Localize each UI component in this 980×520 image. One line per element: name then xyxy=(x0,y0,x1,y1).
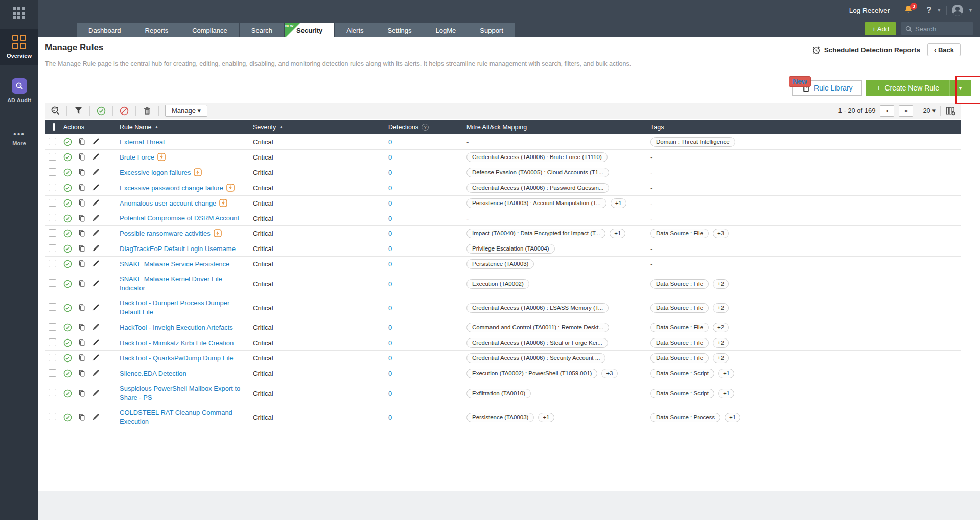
rule-name-link[interactable]: COLDSTEEL RAT Cleanup Command Execution xyxy=(120,409,232,425)
sidebar-item-more[interactable]: ••• More xyxy=(0,126,38,152)
header-severity[interactable]: Severity▲ xyxy=(249,124,384,131)
detections-link[interactable]: 0 xyxy=(388,230,392,237)
detections-link[interactable]: 0 xyxy=(388,304,392,312)
tag-more-pill[interactable]: +3 xyxy=(713,229,729,238)
tag-pill[interactable]: Data Source : File xyxy=(650,338,709,348)
log-receiver-link[interactable]: Log Receiver xyxy=(849,7,890,14)
edit-rule-icon[interactable] xyxy=(92,304,101,312)
rule-name-link[interactable]: Brute Force xyxy=(120,153,154,161)
rule-name-link[interactable]: SNAKE Malware Service Persistence xyxy=(120,260,229,268)
rule-name-link[interactable]: SNAKE Malware Kernel Driver File Indicat… xyxy=(120,275,222,292)
help-caret-icon[interactable]: ▼ xyxy=(937,8,941,13)
row-checkbox[interactable] xyxy=(49,279,56,287)
row-checkbox[interactable] xyxy=(49,214,56,221)
copy-rule-icon[interactable] xyxy=(78,153,86,162)
mitre-pill[interactable]: Impact (TA0040) : Data Encrypted for Imp… xyxy=(466,229,605,238)
mitre-pill[interactable]: Credential Access (TA0006) : Password Gu… xyxy=(466,183,609,193)
rule-name-link[interactable]: Silence.EDA Detection xyxy=(120,370,186,377)
rule-enabled-icon[interactable] xyxy=(63,214,72,223)
mitre-pill[interactable]: Privilege Escalation (TA0004) xyxy=(466,244,555,254)
mitre-more-pill[interactable]: +1 xyxy=(611,198,626,208)
detections-help-icon[interactable]: ? xyxy=(422,124,429,131)
rule-enabled-icon[interactable] xyxy=(63,244,72,253)
copy-rule-icon[interactable] xyxy=(78,280,86,288)
rule-enabled-icon[interactable] xyxy=(63,280,72,288)
tab-compliance[interactable]: Compliance xyxy=(180,23,239,37)
tag-more-pill[interactable]: +1 xyxy=(718,369,734,378)
tab-support[interactable]: Support xyxy=(468,23,515,37)
rule-enabled-icon[interactable] xyxy=(63,260,72,268)
rule-enabled-icon[interactable] xyxy=(63,323,72,332)
rule-name-link[interactable]: Excessive password change failure xyxy=(120,184,223,192)
detections-link[interactable]: 0 xyxy=(388,280,392,288)
column-chooser-icon[interactable] xyxy=(945,106,955,116)
select-all-checkbox[interactable] xyxy=(53,123,55,131)
detections-link[interactable]: 0 xyxy=(388,153,392,161)
tag-more-pill[interactable]: +1 xyxy=(725,413,740,422)
copy-rule-icon[interactable] xyxy=(78,184,86,192)
user-caret-icon[interactable]: ▼ xyxy=(968,8,973,13)
create-rule-dropdown-button[interactable]: ▼ xyxy=(949,80,971,96)
copy-rule-icon[interactable] xyxy=(78,413,86,422)
detections-link[interactable]: 0 xyxy=(388,370,392,377)
row-checkbox[interactable] xyxy=(49,138,56,145)
detections-link[interactable]: 0 xyxy=(388,138,392,146)
copy-rule-icon[interactable] xyxy=(78,168,86,177)
rule-name-link[interactable]: Anomalous user account change xyxy=(120,199,216,207)
rule-enabled-icon[interactable] xyxy=(63,229,72,238)
tag-pill[interactable]: Data Source : Process xyxy=(650,413,720,422)
tag-pill[interactable]: Data Source : File xyxy=(650,279,709,289)
tag-pill[interactable]: Data Source : File xyxy=(650,303,709,313)
copy-rule-icon[interactable] xyxy=(78,229,86,238)
mitre-pill[interactable]: Exfiltration (TA0010) xyxy=(466,389,531,398)
tag-pill[interactable]: Data Source : Script xyxy=(650,369,714,378)
tab-reports[interactable]: Reports xyxy=(133,23,180,37)
copy-rule-icon[interactable] xyxy=(78,304,86,312)
back-button[interactable]: ‹ Back xyxy=(927,43,961,56)
copy-rule-icon[interactable] xyxy=(78,260,86,268)
rule-name-link[interactable]: HackTool - Dumpert Process Dumper Defaul… xyxy=(120,299,229,316)
rule-enabled-icon[interactable] xyxy=(63,354,72,363)
row-checkbox[interactable] xyxy=(49,244,56,252)
rule-enabled-icon[interactable] xyxy=(63,338,72,347)
row-checkbox[interactable] xyxy=(49,303,56,311)
mitre-pill[interactable]: Persistence (TA0003) xyxy=(466,413,534,422)
tab-alerts[interactable]: Alerts xyxy=(335,23,375,37)
header-rule-name[interactable]: Rule Name▲ xyxy=(115,124,249,131)
header-detections[interactable]: Detections? xyxy=(384,124,462,131)
detections-link[interactable]: 0 xyxy=(388,324,392,331)
rule-enabled-icon[interactable] xyxy=(63,153,72,162)
copy-rule-icon[interactable] xyxy=(78,389,86,398)
edit-rule-icon[interactable] xyxy=(92,214,101,223)
edit-rule-icon[interactable] xyxy=(92,244,101,253)
sidebar-item-ad-audit[interactable]: AD Audit xyxy=(0,72,38,109)
row-checkbox[interactable] xyxy=(49,260,56,267)
edit-rule-icon[interactable] xyxy=(92,153,101,162)
detections-link[interactable]: 0 xyxy=(388,339,392,347)
edit-rule-icon[interactable] xyxy=(92,338,101,347)
page-size-dropdown[interactable]: 20 ▾ xyxy=(923,107,936,115)
edit-rule-icon[interactable] xyxy=(92,199,101,208)
mitre-pill[interactable]: Credential Access (TA0006) : Brute Force… xyxy=(466,152,608,162)
detections-link[interactable]: 0 xyxy=(388,414,392,421)
next-page-button[interactable]: › xyxy=(880,105,894,117)
tag-more-pill[interactable]: +2 xyxy=(713,303,729,313)
copy-rule-icon[interactable] xyxy=(78,214,86,223)
rule-enabled-icon[interactable] xyxy=(63,413,72,422)
edit-rule-icon[interactable] xyxy=(92,354,101,363)
create-new-rule-button[interactable]: + Create New Rule xyxy=(866,80,949,96)
mitre-pill[interactable]: Defense Evasion (TA0005) : Cloud Account… xyxy=(466,168,609,177)
detections-link[interactable]: 0 xyxy=(388,245,392,253)
mitre-more-pill[interactable]: +1 xyxy=(538,413,554,422)
tab-dashboard[interactable]: Dashboard xyxy=(77,23,133,37)
rule-name-link[interactable]: Potential Compromise of DSRM Account xyxy=(120,214,239,222)
row-checkbox[interactable] xyxy=(49,168,56,176)
apps-grid-icon[interactable] xyxy=(13,7,26,19)
rule-name-link[interactable]: Possible ransomware activities xyxy=(120,230,211,237)
detections-link[interactable]: 0 xyxy=(388,184,392,192)
row-checkbox[interactable] xyxy=(49,354,56,361)
mitre-pill[interactable]: Persistence (TA0003) : Account Manipulat… xyxy=(466,198,606,208)
copy-rule-icon[interactable] xyxy=(78,338,86,347)
tag-pill[interactable]: Data Source : Script xyxy=(650,389,714,398)
detections-link[interactable]: 0 xyxy=(388,215,392,222)
